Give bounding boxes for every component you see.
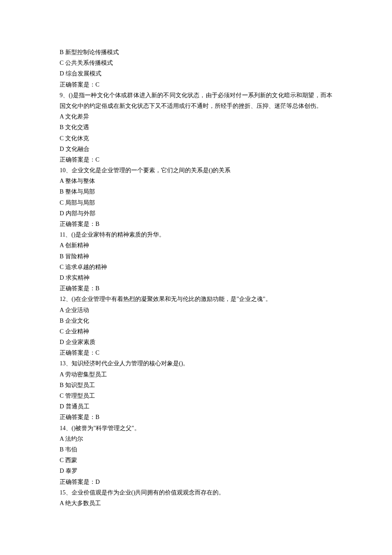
text-line: B 企业文化 bbox=[60, 315, 332, 326]
text-line: 正确答案是：B bbox=[60, 412, 332, 422]
text-line: D 普通员工 bbox=[60, 401, 332, 412]
text-line: A 绝大多数员工 bbox=[60, 498, 332, 509]
text-line: 9、()是指一种文化个体或群体进入新的不同文化状态，由于必须对付一系列新的文化暗… bbox=[60, 90, 332, 111]
text-line: C 西蒙 bbox=[60, 455, 332, 465]
text-line: D 企业家素质 bbox=[60, 337, 332, 347]
text-line: 12、()在企业管理中有着热烈的凝聚效果和无与伦比的激励功能，是"企业之魂"。 bbox=[60, 294, 332, 304]
text-line: B 韦伯 bbox=[60, 444, 332, 455]
text-line: B 新型控制论传播模式 bbox=[60, 47, 332, 58]
text-line: 正确答案是：B bbox=[60, 219, 332, 229]
text-line: 正确答案是：B bbox=[60, 283, 332, 294]
text-line: 正确答案是：D bbox=[60, 477, 332, 487]
text-line: A 文化差异 bbox=[60, 111, 332, 122]
text-line: D 泰罗 bbox=[60, 465, 332, 476]
text-line: C 管理型员工 bbox=[60, 390, 332, 401]
text-line: 正确答案是：C bbox=[60, 347, 332, 358]
text-line: B 整体与局部 bbox=[60, 186, 332, 197]
text-line: D 内部与外部 bbox=[60, 208, 332, 219]
text-line: D 文化融合 bbox=[60, 144, 332, 154]
text-line: 14、()被誉为"科学管理之父"。 bbox=[60, 423, 332, 434]
text-line: D 综合发展模式 bbox=[60, 68, 332, 79]
text-line: A 创新精神 bbox=[60, 240, 332, 251]
text-line: 10、企业文化是企业管理的一个要素，它们之间的关系是()的关系 bbox=[60, 165, 332, 176]
text-line: 11、()是企业家特有的精神素质的升华。 bbox=[60, 229, 332, 240]
text-line: C 企业精神 bbox=[60, 326, 332, 337]
text-line: 正确答案是：C bbox=[60, 79, 332, 90]
text-line: C 文化休克 bbox=[60, 133, 332, 144]
text-line: B 冒险精神 bbox=[60, 251, 332, 262]
text-line: A 劳动密集型员工 bbox=[60, 369, 332, 380]
text-line: D 求实精神 bbox=[60, 272, 332, 283]
text-line: C 公共关系传播模式 bbox=[60, 58, 332, 68]
text-line: B 知识型员工 bbox=[60, 380, 332, 390]
text-line: 正确答案是：C bbox=[60, 154, 332, 165]
text-line: 15、企业价值观是作为企业()共同拥有的价值观观念而存在的。 bbox=[60, 487, 332, 498]
document-body: B 新型控制论传播模式C 公共关系传播模式D 综合发展模式正确答案是：C9、()… bbox=[60, 47, 332, 509]
text-line: B 文化交遇 bbox=[60, 122, 332, 133]
text-line: A 法约尔 bbox=[60, 434, 332, 444]
text-line: A 整体与整体 bbox=[60, 176, 332, 186]
text-line: 13、知识经济时代企业人力管理的核心对象是()。 bbox=[60, 358, 332, 369]
text-line: C 局部与局部 bbox=[60, 197, 332, 208]
text-line: C 追求卓越的精神 bbox=[60, 262, 332, 272]
text-line: A 企业活动 bbox=[60, 305, 332, 315]
